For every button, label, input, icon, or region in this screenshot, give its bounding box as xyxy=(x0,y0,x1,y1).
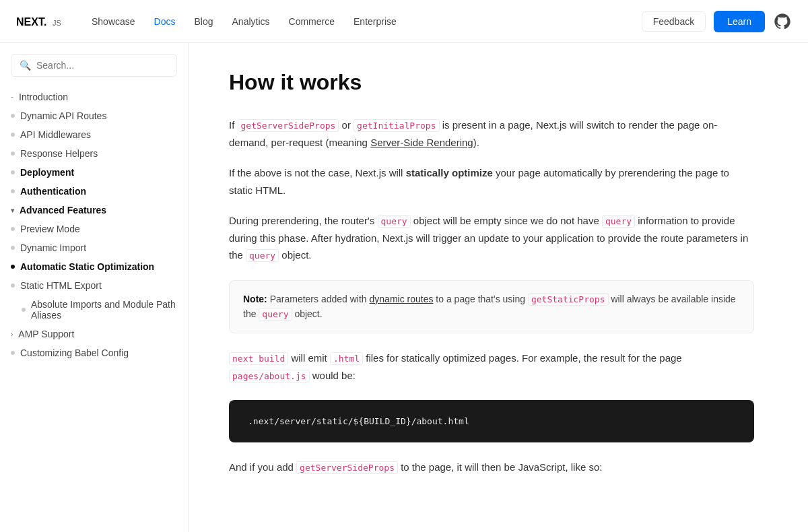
code-query-3: query xyxy=(246,249,279,262)
bullet-icon xyxy=(11,351,15,355)
learn-button[interactable]: Learn xyxy=(714,11,765,32)
code-query-2: query xyxy=(602,215,635,228)
nav-link-blog[interactable]: Blog xyxy=(195,16,213,27)
logo-svg: NEXT. JS xyxy=(16,15,70,28)
chevron-down-icon: ▾ xyxy=(11,207,14,214)
paragraph-1: If getServerSideProps or getInitialProps… xyxy=(229,117,754,151)
code-get-static-props: getStaticProps xyxy=(528,293,609,306)
sidebar-item-deployment[interactable]: Deployment xyxy=(0,163,188,182)
code-query-note: query xyxy=(259,308,292,321)
page-title: How it works xyxy=(229,70,754,95)
sidebar-item-dynamic-api-routes[interactable]: Dynamic API Routes xyxy=(0,106,188,125)
nav-link-showcase[interactable]: Showcase xyxy=(92,16,135,27)
note-box: Note: Parameters added with dynamic rout… xyxy=(229,280,754,334)
bullet-icon xyxy=(22,308,26,312)
bullet-icon xyxy=(11,284,15,288)
chevron-right-icon: › xyxy=(11,331,13,338)
note-label: Note: xyxy=(243,294,267,304)
sidebar-item-dynamic-import[interactable]: Dynamic Import xyxy=(0,238,188,257)
navbar: NEXT. JS Showcase Docs Blog Analytics Co… xyxy=(0,0,808,43)
sidebar-item-amp-support[interactable]: › AMP Support xyxy=(0,325,188,343)
emit-paragraph: next build will emit .html files for sta… xyxy=(229,350,754,384)
bullet-icon xyxy=(11,265,15,269)
code-next-build: next build xyxy=(229,352,288,365)
dynamic-routes-link[interactable]: dynamic routes xyxy=(370,294,434,304)
nav-right: Feedback Learn xyxy=(642,11,792,32)
final-paragraph: And if you add getServerSideProps to the… xyxy=(229,459,754,476)
dash-icon: - xyxy=(11,92,13,102)
nav-link-analytics[interactable]: Analytics xyxy=(232,16,270,27)
code-get-server-side-props-final: getServerSideProps xyxy=(296,461,398,474)
sidebar-item-automatic-static-opt[interactable]: Automatic Static Optimization xyxy=(0,257,188,276)
code-block-path: .next/server/static/${BUILD_ID}/about.ht… xyxy=(229,400,754,442)
nav-link-commerce[interactable]: Commerce xyxy=(289,16,335,27)
sidebar-item-absolute-imports[interactable]: Absolute Imports and Module Path Aliases xyxy=(0,295,188,325)
sidebar-item-advanced-features[interactable]: ▾ Advanced Features xyxy=(0,201,188,220)
sidebar-item-api-middlewares[interactable]: API Middlewares xyxy=(0,125,188,144)
svg-text:NEXT.: NEXT. xyxy=(16,16,46,28)
sidebar-item-preview-mode[interactable]: Preview Mode xyxy=(0,220,188,238)
ssr-link[interactable]: Server-Side Rendering xyxy=(370,137,473,148)
logo[interactable]: NEXT. JS xyxy=(16,15,70,28)
github-icon[interactable] xyxy=(773,12,792,31)
bullet-icon xyxy=(11,114,15,118)
bullet-icon xyxy=(11,152,15,156)
code-html-ext: .html xyxy=(330,352,363,365)
code-pages-about: pages/about.js xyxy=(229,370,310,383)
bullet-icon xyxy=(11,227,15,231)
sidebar-item-static-html-export[interactable]: Static HTML Export xyxy=(0,276,188,295)
sidebar-item-babel-config[interactable]: Customizing Babel Config xyxy=(0,343,188,362)
feedback-button[interactable]: Feedback xyxy=(642,11,706,32)
nav-link-docs[interactable]: Docs xyxy=(154,16,176,27)
sidebar-item-response-helpers[interactable]: Response Helpers xyxy=(0,144,188,163)
code-get-server-side-props: getServerSideProps xyxy=(238,119,339,132)
paragraph-3: During prerendering, the router's query … xyxy=(229,212,754,264)
code-query-1: query xyxy=(378,215,411,228)
nav-link-enterprise[interactable]: Enterprise xyxy=(354,16,397,27)
sidebar-item-introduction[interactable]: - Introduction xyxy=(0,88,188,106)
bullet-icon xyxy=(11,189,15,193)
bullet-icon xyxy=(11,246,15,250)
nav-links: Showcase Docs Blog Analytics Commerce En… xyxy=(92,16,642,27)
svg-text:JS: JS xyxy=(53,19,61,27)
search-icon: 🔍 xyxy=(20,60,31,71)
search-box[interactable]: 🔍 xyxy=(11,54,177,77)
sidebar-item-authentication[interactable]: Authentication xyxy=(0,182,188,201)
bullet-icon xyxy=(11,133,15,137)
bullet-icon xyxy=(11,170,15,174)
page-layout: 🔍 - Introduction Dynamic API Routes API … xyxy=(0,43,808,532)
paragraph-2: If the above is not the case, Next.js wi… xyxy=(229,164,754,199)
search-input[interactable] xyxy=(36,60,168,71)
sidebar: 🔍 - Introduction Dynamic API Routes API … xyxy=(0,43,189,532)
code-get-initial-props: getInitialProps xyxy=(354,119,439,132)
main-content: How it works If getServerSideProps or ge… xyxy=(189,43,795,532)
